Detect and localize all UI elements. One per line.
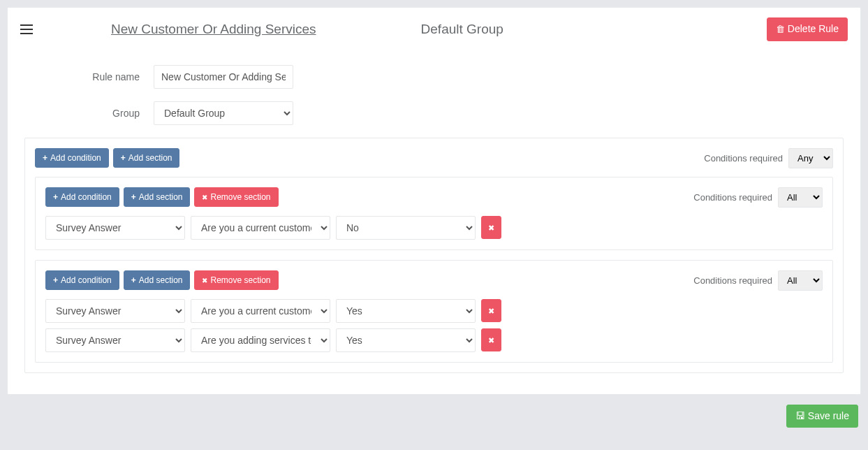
- add-section-label: Add section: [139, 191, 183, 203]
- condition-type-select[interactable]: Survey Answer: [45, 216, 185, 240]
- condition-answer-select[interactable]: No: [336, 216, 476, 240]
- add-section-button[interactable]: Add section: [124, 270, 191, 291]
- remove-section-label: Remove section: [210, 275, 270, 286]
- section-toolbar: Add condition Add section Remove section…: [45, 187, 823, 208]
- save-rule-button[interactable]: Save rule: [786, 405, 858, 428]
- add-section-button[interactable]: Add section: [113, 148, 180, 168]
- plus-icon: [53, 191, 61, 203]
- group-select[interactable]: Default Group: [154, 101, 293, 125]
- close-icon: [488, 304, 494, 318]
- remove-condition-button[interactable]: [481, 299, 501, 323]
- close-icon: [488, 221, 494, 235]
- condition-row: Survey Answer Are you a current customer…: [45, 216, 823, 240]
- save-icon: [795, 409, 808, 423]
- rules-container: Add condition Add section Conditions req…: [24, 138, 844, 373]
- delete-rule-label: Delete Rule: [788, 22, 839, 36]
- plus-icon: [53, 275, 61, 286]
- add-section-button[interactable]: Add section: [124, 187, 191, 208]
- conditions-required-select[interactable]: Any: [788, 148, 833, 168]
- section-toolbar: Add condition Add section Remove section…: [45, 270, 823, 291]
- conditions-required-label: Conditions required: [693, 275, 772, 286]
- condition-question-select[interactable]: Are you adding services to your existing…: [191, 328, 330, 352]
- condition-type-select[interactable]: Survey Answer: [45, 328, 185, 352]
- add-condition-button[interactable]: Add condition: [45, 270, 119, 291]
- rule-title-link[interactable]: New Customer Or Adding Services: [111, 22, 316, 37]
- condition-type-select[interactable]: Survey Answer: [45, 299, 185, 323]
- condition-question-select[interactable]: Are you a current customer?: [191, 299, 330, 323]
- condition-question-select[interactable]: Are you a current customer?: [191, 216, 330, 240]
- plus-icon: [121, 152, 128, 164]
- hamburger-menu-icon[interactable]: [20, 23, 34, 36]
- delete-rule-button[interactable]: Delete Rule: [767, 17, 848, 41]
- add-section-label: Add section: [139, 275, 183, 286]
- save-rule-label: Save rule: [808, 409, 849, 423]
- header: New Customer Or Adding Services Default …: [8, 8, 860, 51]
- add-section-label: Add section: [128, 152, 172, 164]
- close-icon: [488, 333, 494, 347]
- conditions-required-label: Conditions required: [693, 192, 772, 203]
- close-icon: [202, 191, 210, 203]
- remove-condition-button[interactable]: [481, 216, 501, 240]
- remove-section-button[interactable]: Remove section: [194, 187, 278, 208]
- rule-name-label: Rule name: [24, 71, 154, 82]
- rule-section: Add condition Add section Remove section…: [35, 177, 833, 250]
- add-condition-label: Add condition: [61, 275, 112, 286]
- trash-icon: [776, 22, 788, 36]
- add-condition-label: Add condition: [50, 152, 101, 164]
- group-label: Group: [24, 108, 154, 119]
- conditions-required-select[interactable]: All: [778, 187, 823, 208]
- remove-section-button[interactable]: Remove section: [194, 270, 278, 291]
- rule-section: Add condition Add section Remove section…: [35, 260, 833, 363]
- outer-section-toolbar: Add condition Add section Conditions req…: [35, 148, 833, 168]
- conditions-required-label: Conditions required: [704, 153, 783, 164]
- conditions-required-select[interactable]: All: [778, 270, 823, 291]
- remove-condition-button[interactable]: [481, 328, 501, 352]
- plus-icon: [131, 191, 139, 203]
- rule-name-input[interactable]: [154, 65, 293, 89]
- condition-answer-select[interactable]: Yes: [336, 299, 476, 323]
- close-icon: [202, 275, 210, 286]
- plus-icon: [43, 152, 50, 164]
- plus-icon: [131, 275, 139, 286]
- group-title: Default Group: [421, 22, 503, 37]
- condition-row: Survey Answer Are you adding services to…: [45, 328, 823, 352]
- add-condition-label: Add condition: [61, 191, 112, 203]
- add-condition-button[interactable]: Add condition: [45, 187, 119, 208]
- remove-section-label: Remove section: [210, 191, 270, 203]
- add-condition-button[interactable]: Add condition: [35, 148, 109, 168]
- condition-row: Survey Answer Are you a current customer…: [45, 299, 823, 323]
- condition-answer-select[interactable]: Yes: [336, 328, 476, 352]
